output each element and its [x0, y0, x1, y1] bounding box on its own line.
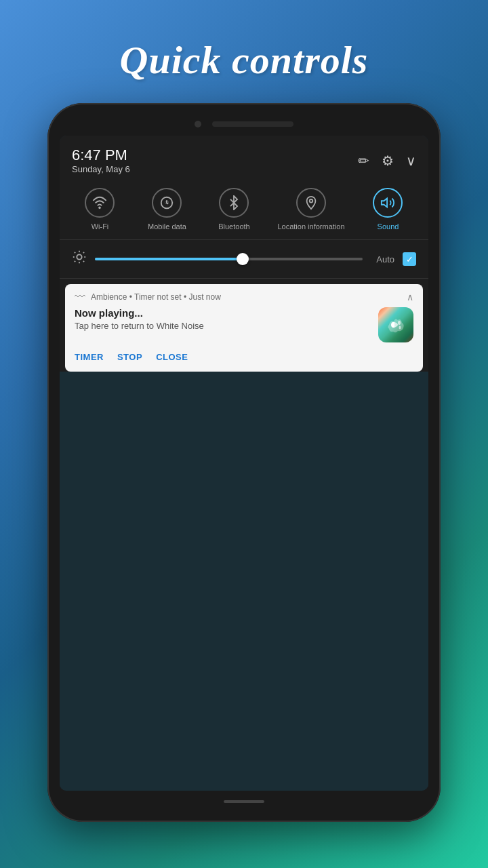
svg-point-0	[100, 207, 101, 208]
toggle-location[interactable]: Location information	[277, 188, 344, 231]
bluetooth-label: Bluetooth	[218, 222, 249, 231]
notification-body[interactable]: Now playing... Tap here to return to Whi…	[65, 307, 423, 349]
svg-point-14	[398, 321, 401, 325]
settings-icon[interactable]: ⚙	[382, 153, 394, 169]
svg-point-15	[399, 326, 401, 330]
notification-header: 〰 Ambience • Timer not set • Just now ∧	[65, 284, 423, 307]
svg-line-8	[75, 252, 75, 253]
toggle-sound[interactable]: Sound	[364, 188, 411, 231]
location-label: Location information	[277, 222, 344, 231]
auto-checkbox[interactable]: ✓	[403, 252, 416, 266]
sound-icon	[373, 188, 403, 218]
brightness-slider[interactable]	[95, 258, 363, 260]
notification-chevron-icon[interactable]: ∧	[407, 292, 413, 302]
svg-line-13	[83, 252, 84, 253]
brightness-thumb	[237, 253, 249, 265]
notification-card: 〰 Ambience • Timer not set • Just now ∧ …	[65, 284, 423, 372]
app-logo	[378, 307, 413, 342]
phone-screen: 6:47 PM Sunday, May 6 ✏ ⚙ ∨	[60, 136, 428, 791]
auto-label: Auto	[376, 254, 394, 264]
time-block: 6:47 PM Sunday, May 6	[72, 146, 130, 174]
wifi-label: Wi-Fi	[92, 222, 109, 231]
svg-line-9	[83, 261, 84, 262]
notification-actions: TIMER STOP CLOSE	[65, 349, 423, 372]
sound-label: Sound	[378, 222, 399, 231]
phone-bottom-bar	[60, 791, 428, 810]
edit-icon[interactable]: ✏	[358, 153, 369, 169]
notification-app-name: Ambience • Timer not set • Just now	[91, 292, 401, 302]
close-button[interactable]: CLOSE	[156, 352, 188, 362]
expand-icon[interactable]: ∨	[406, 153, 416, 169]
toggle-mobile-data[interactable]: ① Mobile data	[143, 188, 190, 231]
phone-top-bar	[60, 115, 428, 136]
notification-text: Now playing... Tap here to return to Whi…	[75, 307, 370, 331]
mobile-data-icon: ①	[152, 188, 182, 218]
home-indicator	[224, 800, 264, 803]
quick-toggles: Wi-Fi ① Mobile data	[60, 180, 428, 240]
screen-rest	[60, 372, 428, 791]
bluetooth-icon	[219, 188, 249, 218]
svg-text:①: ①	[165, 199, 169, 205]
stop-button[interactable]: STOP	[117, 352, 142, 362]
notification-app-icon: 〰	[75, 291, 85, 303]
status-row: 6:47 PM Sunday, May 6 ✏ ⚙ ∨	[60, 136, 428, 180]
svg-point-5	[77, 255, 81, 260]
wifi-icon	[85, 188, 115, 218]
time-display: 6:47 PM	[72, 146, 130, 164]
svg-line-12	[75, 261, 75, 262]
brightness-row: Auto ✓	[60, 240, 428, 279]
notification-panel: 6:47 PM Sunday, May 6 ✏ ⚙ ∨	[60, 136, 428, 372]
timer-button[interactable]: TIMER	[75, 352, 104, 362]
header-icons: ✏ ⚙ ∨	[358, 153, 416, 169]
brightness-fill	[95, 258, 242, 260]
location-icon	[296, 188, 326, 218]
mobile-data-label: Mobile data	[148, 222, 186, 231]
svg-point-3	[310, 199, 313, 203]
date-display: Sunday, May 6	[72, 164, 130, 174]
notification-subtitle: Tap here to return to White Noise	[75, 321, 370, 331]
toggle-wifi[interactable]: Wi-Fi	[76, 188, 123, 231]
svg-marker-4	[382, 199, 387, 208]
notification-title: Now playing...	[75, 307, 370, 319]
phone-frame: 6:47 PM Sunday, May 6 ✏ ⚙ ∨	[47, 103, 441, 822]
brightness-icon	[72, 250, 87, 269]
speaker-bar	[212, 121, 293, 127]
page-title: Quick controls	[120, 37, 369, 83]
camera-dot	[195, 121, 201, 127]
toggle-bluetooth[interactable]: Bluetooth	[210, 188, 258, 231]
